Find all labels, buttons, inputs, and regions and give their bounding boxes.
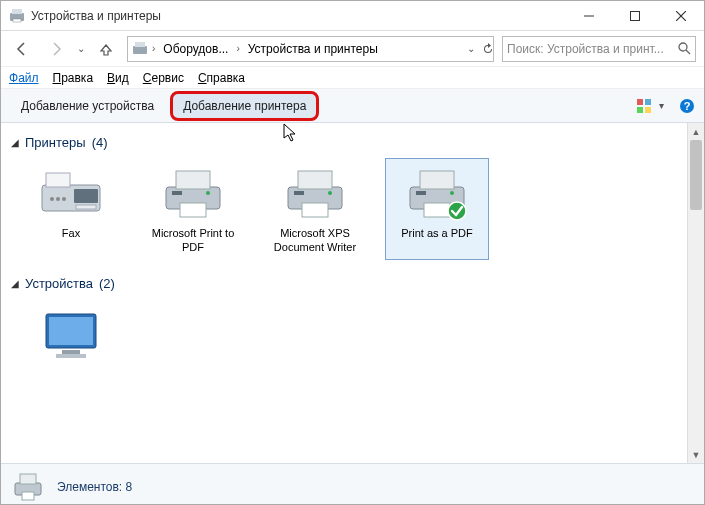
add-printer-button[interactable]: Добавление принтера [170, 91, 319, 121]
svg-rect-18 [46, 173, 70, 187]
caret-down-icon: ◢ [11, 137, 19, 148]
svg-rect-7 [133, 46, 147, 54]
svg-rect-35 [420, 171, 454, 189]
scroll-down-button[interactable]: ▼ [688, 446, 704, 463]
printer-icon [157, 163, 229, 223]
help-icon[interactable]: ? [678, 97, 696, 115]
title-bar: Устройства и принтеры [1, 1, 704, 31]
svg-point-22 [56, 197, 60, 201]
breadcrumb-level1[interactable]: Оборудов... [159, 40, 232, 58]
svg-point-39 [448, 202, 466, 220]
svg-text:?: ? [684, 100, 691, 112]
group-count-devices: (2) [99, 276, 115, 291]
history-dropdown[interactable]: ⌄ [77, 43, 85, 54]
svg-rect-4 [631, 11, 640, 20]
forward-button[interactable] [43, 36, 69, 62]
svg-point-38 [450, 191, 454, 195]
group-count-printers: (4) [92, 135, 108, 150]
monitor-icon [35, 304, 107, 364]
svg-rect-26 [180, 203, 206, 217]
svg-rect-46 [22, 492, 34, 500]
device-label: Microsoft Print to PDF [146, 227, 240, 255]
device-item-xps[interactable]: Microsoft XPS Document Writer [263, 158, 367, 260]
fax-icon [35, 163, 107, 223]
svg-rect-27 [172, 191, 182, 195]
svg-point-21 [50, 197, 54, 201]
address-icon [132, 41, 148, 57]
svg-rect-12 [645, 99, 651, 105]
device-item-ms-print-pdf[interactable]: Microsoft Print to PDF [141, 158, 245, 260]
svg-rect-14 [645, 107, 651, 113]
svg-rect-42 [62, 350, 80, 354]
search-icon [678, 42, 691, 55]
group-title-devices: Устройства [25, 276, 93, 291]
svg-rect-8 [135, 42, 145, 47]
close-button[interactable] [658, 1, 704, 31]
refresh-button[interactable] [481, 42, 495, 56]
device-item-monitor[interactable] [19, 299, 123, 401]
status-printer-icon [11, 470, 45, 504]
svg-rect-20 [76, 205, 96, 209]
svg-point-9 [679, 43, 687, 51]
menu-edit[interactable]: Правка [53, 71, 94, 85]
group-header-printers[interactable]: ◢ Принтеры (4) [11, 135, 677, 150]
svg-rect-41 [49, 317, 93, 345]
window-icon [9, 8, 25, 24]
svg-point-33 [328, 191, 332, 195]
printers-items: Fax Microsoft Print to PDF Microsoft XPS… [11, 158, 677, 260]
menu-help[interactable]: Справка [198, 71, 245, 85]
group-header-devices[interactable]: ◢ Устройства (2) [11, 276, 677, 291]
view-options-dropdown[interactable]: ▾ [659, 100, 664, 111]
scroll-thumb[interactable] [690, 140, 702, 210]
svg-rect-43 [56, 354, 86, 358]
svg-rect-1 [12, 9, 22, 14]
svg-rect-19 [74, 189, 98, 203]
svg-point-28 [206, 191, 210, 195]
menu-bar: Файл Правка Вид Сервис Справка [1, 67, 704, 89]
search-box[interactable] [502, 36, 696, 62]
window-title: Устройства и принтеры [31, 9, 566, 23]
menu-file[interactable]: Файл [9, 71, 39, 85]
default-checkmark-icon [447, 201, 467, 221]
up-button[interactable] [93, 36, 119, 62]
scroll-up-button[interactable]: ▲ [688, 123, 704, 140]
add-device-button[interactable]: Добавление устройства [9, 92, 166, 120]
vertical-scrollbar[interactable]: ▲ ▼ [687, 123, 704, 463]
devices-items [11, 299, 677, 401]
caret-down-icon: ◢ [11, 278, 19, 289]
breadcrumb-level2[interactable]: Устройства и принтеры [244, 40, 382, 58]
menu-view[interactable]: Вид [107, 71, 129, 85]
address-dropdown[interactable]: ⌄ [467, 43, 475, 54]
search-input[interactable] [507, 42, 691, 56]
printer-icon [279, 163, 351, 223]
svg-rect-25 [176, 171, 210, 189]
toolbar: Добавление устройства Добавление принтер… [1, 89, 704, 123]
device-label: Print as a PDF [401, 227, 473, 255]
svg-rect-2 [13, 19, 21, 22]
status-bar: Элементов: 8 [1, 463, 704, 505]
svg-rect-45 [20, 474, 36, 484]
chevron-right-icon: › [152, 43, 155, 54]
view-options-icon[interactable] [635, 97, 653, 115]
status-elements-label: Элементов: [57, 480, 122, 494]
device-item-print-as-pdf[interactable]: Print as a PDF [385, 158, 489, 260]
address-bar[interactable]: › Оборудов... › Устройства и принтеры ⌄ [127, 36, 494, 62]
maximize-button[interactable] [612, 1, 658, 31]
svg-rect-11 [637, 99, 643, 105]
status-elements-count: 8 [126, 480, 133, 494]
device-item-fax[interactable]: Fax [19, 158, 123, 260]
menu-service[interactable]: Сервис [143, 71, 184, 85]
nav-row: ⌄ › Оборудов... › Устройства и принтеры … [1, 31, 704, 67]
device-label: Microsoft XPS Document Writer [268, 227, 362, 255]
svg-rect-13 [637, 107, 643, 113]
minimize-button[interactable] [566, 1, 612, 31]
back-button[interactable] [9, 36, 35, 62]
printer-icon [401, 163, 473, 223]
svg-rect-32 [294, 191, 304, 195]
svg-point-23 [62, 197, 66, 201]
svg-rect-31 [302, 203, 328, 217]
chevron-right-icon: › [236, 43, 239, 54]
device-label: Fax [62, 227, 80, 255]
group-title-printers: Принтеры [25, 135, 86, 150]
svg-line-10 [686, 50, 690, 54]
